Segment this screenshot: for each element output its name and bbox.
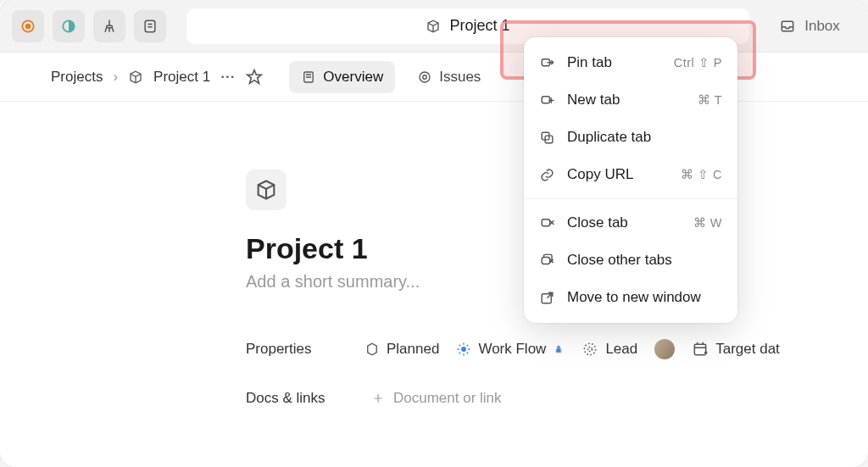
add-document-button[interactable]: Document or link xyxy=(371,390,502,407)
lead-chip[interactable]: Lead xyxy=(581,341,637,358)
menu-label: Close tab xyxy=(567,214,682,231)
cube-icon xyxy=(128,69,143,85)
inbox-icon xyxy=(779,18,796,35)
breadcrumb-sep: › xyxy=(113,69,118,86)
menu-pin-tab[interactable]: Pin tab Ctrl ⇧ P xyxy=(524,44,737,81)
svg-point-1 xyxy=(25,23,31,29)
app-icon-orange[interactable] xyxy=(12,10,44,42)
lead-icon xyxy=(581,341,598,358)
svg-point-7 xyxy=(423,75,427,79)
new-tab-icon xyxy=(539,92,555,108)
svg-point-10 xyxy=(588,347,593,352)
calendar-add-icon xyxy=(692,341,709,358)
properties-row: Properties Planned Work Flow Lead Target… xyxy=(246,339,868,359)
close-tab-icon xyxy=(539,215,555,231)
inbox-button[interactable]: Inbox xyxy=(763,8,856,44)
project-icon[interactable] xyxy=(246,170,287,210)
menu-label: New tab xyxy=(567,92,686,108)
issues-icon xyxy=(417,69,432,85)
menu-copy-url[interactable]: Copy URL ⌘ ⇧ C xyxy=(524,156,737,193)
menu-close-tab[interactable]: Close tab ⌘ W xyxy=(524,204,737,242)
menu-new-tab[interactable]: New tab ⌘ T xyxy=(524,81,737,119)
titlebar: Project 1 Inbox xyxy=(0,0,868,53)
external-window-icon xyxy=(539,290,555,306)
contrast-icon[interactable] xyxy=(53,10,85,42)
main-content: Project 1 Add a short summary... Propert… xyxy=(0,102,868,407)
menu-shortcut: Ctrl ⇧ P xyxy=(674,56,722,69)
target-date-label: Target dat xyxy=(715,341,780,358)
tab-context-menu: Pin tab Ctrl ⇧ P New tab ⌘ T Duplicate t… xyxy=(524,37,737,323)
menu-duplicate-tab[interactable]: Duplicate tab xyxy=(524,119,737,156)
cube-icon xyxy=(254,178,278,202)
svg-point-8 xyxy=(462,347,466,352)
svg-rect-17 xyxy=(542,219,550,225)
menu-separator xyxy=(524,198,737,199)
menu-shortcut: ⌘ W xyxy=(693,216,722,230)
cleanup-icon[interactable] xyxy=(93,10,125,42)
breadcrumb-current[interactable]: Project 1 xyxy=(153,69,210,86)
cube-icon xyxy=(426,19,441,34)
page-icon xyxy=(301,69,316,85)
workflow-chip[interactable]: Work Flow xyxy=(456,341,565,358)
properties-label: Properties xyxy=(246,341,348,358)
pin-tab-icon xyxy=(539,55,555,71)
tab-label: Project 1 xyxy=(449,17,509,35)
workflow-label: Work Flow xyxy=(478,341,546,358)
breadcrumb-bar: Projects › Project 1 ··· Overview Issues xyxy=(0,53,868,102)
plus-icon xyxy=(371,392,385,405)
lead-avatar[interactable] xyxy=(654,339,675,359)
menu-label: Move to new window xyxy=(567,289,710,306)
close-others-icon xyxy=(539,253,555,269)
menu-label: Duplicate tab xyxy=(567,129,710,146)
tab-overview[interactable]: Overview xyxy=(289,61,395,93)
menu-label: Copy URL xyxy=(567,166,669,183)
favorite-button[interactable] xyxy=(245,68,264,86)
menu-move-to-window[interactable]: Move to new window xyxy=(524,279,737,316)
hexagon-icon xyxy=(364,342,380,357)
svg-rect-18 xyxy=(542,257,550,264)
svg-rect-3 xyxy=(107,25,113,28)
notes-icon[interactable] xyxy=(134,10,166,42)
lead-label: Lead xyxy=(605,341,637,358)
docs-row: Docs & links Document or link xyxy=(246,390,868,407)
tab-label: Overview xyxy=(323,69,383,86)
gear-icon xyxy=(456,342,471,357)
target-date-chip[interactable]: Target dat xyxy=(692,341,780,358)
tab-issues[interactable]: Issues xyxy=(405,61,492,93)
menu-shortcut: ⌘ T xyxy=(698,93,722,107)
svg-rect-9 xyxy=(556,348,561,353)
tab-label: Issues xyxy=(439,69,481,86)
more-icon[interactable]: ··· xyxy=(220,69,235,86)
svg-rect-4 xyxy=(145,20,155,31)
svg-rect-12 xyxy=(695,344,706,355)
status-label: Planned xyxy=(387,341,439,358)
docs-label: Docs & links xyxy=(246,390,348,407)
menu-shortcut: ⌘ ⇧ C xyxy=(681,168,722,181)
status-chip[interactable]: Planned xyxy=(364,341,439,358)
add-doc-label: Document or link xyxy=(393,390,502,407)
menu-label: Close other tabs xyxy=(567,252,710,269)
svg-rect-14 xyxy=(542,96,550,103)
link-icon xyxy=(539,167,555,183)
menu-label: Pin tab xyxy=(567,54,662,71)
inbox-label: Inbox xyxy=(804,18,840,35)
menu-close-other-tabs[interactable]: Close other tabs xyxy=(524,242,737,279)
lock-icon xyxy=(553,343,565,355)
svg-point-11 xyxy=(585,343,596,354)
duplicate-icon xyxy=(539,130,555,146)
svg-point-6 xyxy=(420,72,430,82)
breadcrumb-root[interactable]: Projects xyxy=(51,69,103,86)
